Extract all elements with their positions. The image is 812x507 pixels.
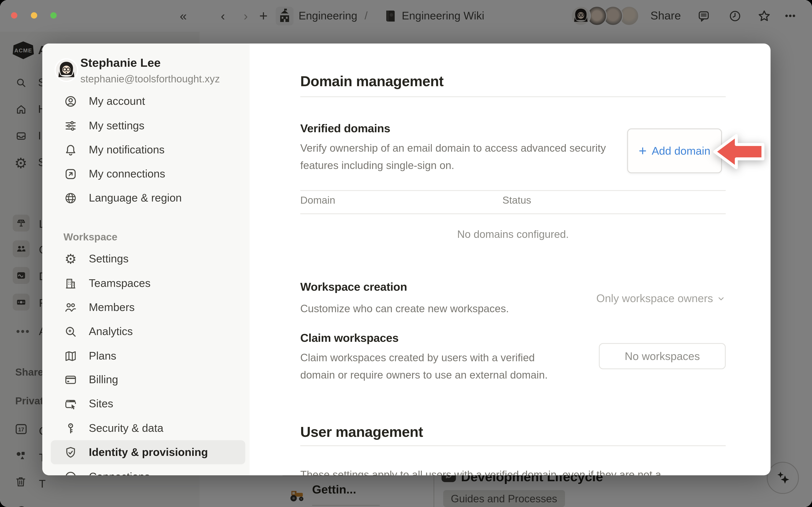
credit-card-icon [63,373,78,387]
people-icon [63,300,78,315]
chevron-down-icon [716,294,726,303]
sidebar-item-my-account[interactable]: My account [51,89,245,113]
sidebar-item-sites[interactable]: Sites [51,392,245,416]
settings-dialog: Stephanie Lee stephanie@toolsforthought.… [42,44,770,475]
globe-icon [63,191,78,205]
settings-content: Domain management Verified domains Verif… [250,44,770,475]
settings-sidebar: Stephanie Lee stephanie@toolsforthought.… [42,44,250,475]
sidebar-item-settings[interactable]: ⚙ Settings [51,247,245,271]
arrow-up-right-square-icon [63,167,78,181]
bell-icon [63,143,78,157]
annotation-arrow [713,131,765,174]
table-header-border [300,213,726,214]
screen: « ‹ › + Engineering / Engineering Wiki [0,0,812,507]
sidebar-item-plans[interactable]: Plans [51,344,245,368]
sidebar-item-teamspaces[interactable]: Teamspaces [51,271,245,295]
browser-cursor-icon [63,397,78,411]
search-sparkle-icon [63,324,78,339]
sidebar-item-analytics[interactable]: Analytics [51,320,245,343]
empty-table-message: No domains configured. [300,228,726,240]
map-icon [63,349,78,363]
sidebar-item-my-connections[interactable]: My connections [51,162,245,186]
minimize-window-button[interactable] [31,12,37,18]
zoom-window-button[interactable] [50,12,57,18]
column-header-status: Status [502,194,531,206]
sidebar-item-language-region[interactable]: Language & region [51,186,245,210]
app-window: « ‹ › + Engineering / Engineering Wiki [0,0,812,507]
sidebar-item-billing[interactable]: Billing [51,368,245,392]
close-window-button[interactable] [11,12,17,18]
claim-workspaces-heading: Claim workspaces [300,332,399,345]
page-title: Domain management [300,73,444,90]
gear-icon: ⚙ [63,251,78,266]
sidebar-item-my-settings[interactable]: My settings [51,114,245,138]
workspace-creation-description: Customize who can create new workspaces. [300,300,509,317]
table-top-border [300,190,726,191]
workspace-creation-heading: Workspace creation [300,281,407,294]
sidebar-item-security-data[interactable]: Security & data [51,416,245,440]
sidebar-item-my-notifications[interactable]: My notifications [51,138,245,162]
user-management-heading: User management [300,424,423,440]
sidebar-item-identity-provisioning[interactable]: Identity & provisioning [51,440,245,464]
plus-icon: + [639,143,647,159]
building-icon [63,276,78,290]
workspace-creation-dropdown[interactable]: Only workspace owners [596,292,726,305]
user-management-clipped-text: These settings apply to all users with a… [300,466,661,475]
add-domain-button[interactable]: + Add domain [627,128,722,173]
claim-workspaces-description: Claim workspaces created by users with a… [300,349,562,384]
sidebar-item-members[interactable]: Members [51,295,245,320]
divider [300,445,726,446]
user-name: Stephanie Lee [80,56,161,70]
no-workspaces-button[interactable]: No workspaces [599,343,726,369]
key-icon [63,421,78,435]
circle-icon [63,469,78,475]
user-email: stephanie@toolsforthought.xyz [80,73,220,85]
person-circle-icon [63,94,78,108]
sliders-icon [63,118,78,133]
workspace-section-header: Workspace [63,231,117,243]
column-header-domain: Domain [300,194,335,206]
verified-domains-description: Verify ownership of an email domain to a… [300,139,630,174]
sidebar-item-connections[interactable]: Connections [51,465,245,475]
shield-check-icon [63,445,78,459]
user-avatar [56,60,77,81]
verified-domains-heading: Verified domains [300,122,390,135]
divider [300,96,726,97]
